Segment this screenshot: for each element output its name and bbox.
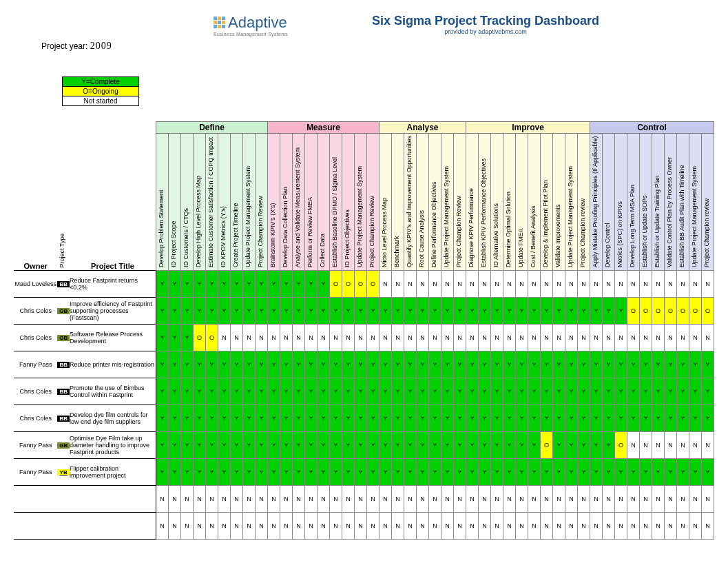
col-header: Benchmark — [391, 134, 404, 271]
status-cell: N — [329, 513, 342, 540]
project-type-badge: YB — [57, 469, 70, 475]
status-cell: Y — [565, 378, 577, 405]
logo-subtitle: Business Management Systems — [214, 32, 331, 37]
status-cell: Y — [503, 459, 515, 486]
status-cell: N — [391, 325, 404, 351]
status-cell: Y — [354, 298, 366, 325]
col-header: Micro Level Process Map — [379, 134, 391, 271]
status-cell: N — [354, 325, 366, 351]
status-cell: Y — [590, 378, 602, 405]
status-cell: N — [689, 432, 701, 459]
status-cell: Y — [503, 351, 515, 378]
status-cell: Y — [614, 378, 627, 405]
col-header: Develop Data Collection Plan — [280, 134, 292, 271]
status-cell: N — [168, 513, 180, 540]
year-value: 2009 — [90, 41, 112, 51]
col-header: Establish or Update Training Plan — [652, 134, 664, 271]
status-cell: Y — [342, 432, 354, 459]
status-cell: N — [329, 325, 342, 351]
col-header: Project Champion Review — [453, 134, 466, 271]
status-cell: O — [193, 325, 205, 351]
status-cell: N — [466, 271, 478, 298]
status-cell: N — [490, 513, 503, 540]
status-cell: N — [230, 486, 242, 513]
status-cell: N — [267, 486, 280, 513]
status-cell: Y — [354, 432, 366, 459]
status-cell: N — [428, 486, 441, 513]
col-header: Project Champion review — [577, 134, 590, 271]
status-cell: N — [590, 486, 602, 513]
status-cell: N — [193, 486, 205, 513]
status-cell: Y — [590, 298, 602, 325]
status-cell: N — [292, 513, 304, 540]
status-cell: Y — [528, 378, 540, 405]
status-cell: Y — [242, 405, 255, 432]
status-cell: N — [267, 325, 280, 351]
status-cell: N — [317, 486, 329, 513]
status-cell: Y — [230, 298, 242, 325]
status-cell: N — [317, 513, 329, 540]
status-cell: Y — [317, 351, 329, 378]
col-header: Develop High Level Process Map — [193, 134, 205, 271]
status-cell: Y — [366, 459, 379, 486]
status-cell: Y — [280, 405, 292, 432]
status-cell: N — [552, 271, 565, 298]
status-cell: Y — [180, 271, 193, 298]
status-cell: N — [565, 271, 577, 298]
status-cell: O — [676, 298, 689, 325]
project-type-cell — [57, 486, 70, 513]
status-cell: N — [639, 432, 652, 459]
status-cell: Y — [168, 459, 180, 486]
project-title-cell: Develop dye film controls for low end dy… — [70, 405, 156, 432]
status-cell: Y — [342, 298, 354, 325]
status-cell: Y — [565, 351, 577, 378]
status-cell: N — [342, 513, 354, 540]
svg-rect-2 — [222, 17, 225, 20]
status-cell: N — [664, 513, 676, 540]
status-cell: Y — [416, 405, 428, 432]
col-header: Develop Control — [602, 134, 614, 271]
status-cell: Y — [602, 405, 614, 432]
status-cell: Y — [304, 405, 317, 432]
status-cell: Y — [565, 432, 577, 459]
col-header: Develop Long Term MSA Plan — [627, 134, 639, 271]
status-cell: Y — [156, 351, 168, 378]
status-cell: Y — [503, 405, 515, 432]
status-cell: Y — [490, 351, 503, 378]
status-cell: N — [180, 513, 193, 540]
col-header: Develop Problem Statement — [156, 134, 168, 271]
status-cell: Y — [242, 459, 255, 486]
status-cell: Y — [577, 459, 590, 486]
status-cell: Y — [404, 298, 416, 325]
status-cell: Y — [218, 351, 230, 378]
col-header: Establish or Update SOPs — [639, 134, 652, 271]
col-header: Brainstorm KPIV's (X's) — [267, 134, 280, 271]
project-title-cell: Software Release Process Development — [70, 325, 156, 351]
status-cell: Y — [180, 405, 193, 432]
status-cell: N — [379, 325, 391, 351]
status-cell: Y — [503, 378, 515, 405]
col-header: Root Cause Analysis — [416, 134, 428, 271]
status-cell: Y — [428, 432, 441, 459]
status-cell: N — [242, 325, 255, 351]
status-cell: Y — [168, 378, 180, 405]
status-cell: N — [627, 513, 639, 540]
status-cell: Y — [218, 405, 230, 432]
status-cell: Y — [490, 405, 503, 432]
col-header: Create Project Timeline — [230, 134, 242, 271]
status-cell: O — [627, 298, 639, 325]
status-cell: N — [627, 325, 639, 351]
status-cell: Y — [453, 351, 466, 378]
phase-header-analyse: Analyse — [379, 122, 466, 134]
col-header: Validate Improvements — [552, 134, 565, 271]
status-cell: Y — [329, 351, 342, 378]
status-cell: Y — [267, 432, 280, 459]
status-cell: Y — [317, 405, 329, 432]
project-type-badge: BB — [57, 362, 70, 368]
status-cell: Y — [652, 351, 664, 378]
status-cell: Y — [193, 432, 205, 459]
project-type-cell: BB — [57, 351, 70, 378]
status-cell: N — [280, 486, 292, 513]
status-cell: N — [515, 325, 528, 351]
status-cell: Y — [255, 298, 267, 325]
